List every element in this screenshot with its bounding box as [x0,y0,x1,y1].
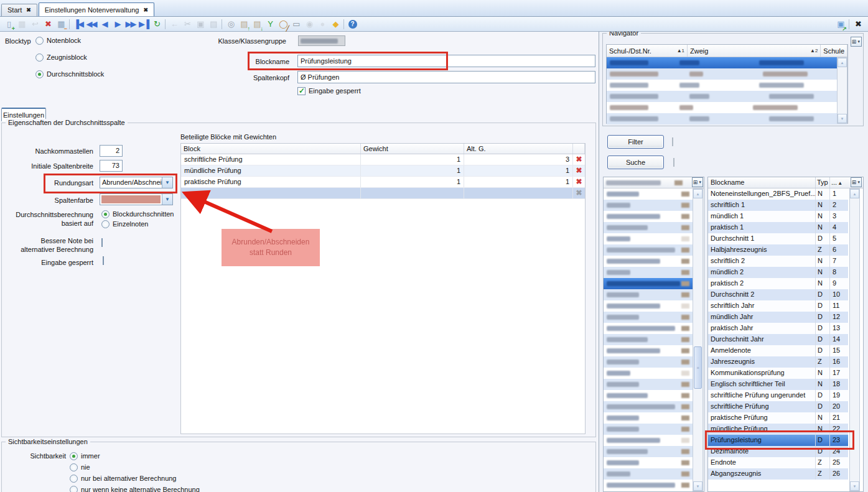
help-icon[interactable]: ? [346,18,359,30]
chevron-down-icon[interactable]: ▼ [162,177,172,188]
list-item-redacted[interactable] [604,435,693,446]
delete-row-icon[interactable]: ✖ [573,154,585,165]
toolbar-icon[interactable] [163,18,167,30]
blocktyp-radio-option[interactable]: Zeugnisblock [35,53,104,62]
blocktyp-radio-option[interactable]: Notenblock [35,36,104,45]
sichtbarkeit-radio-option[interactable]: nie [70,463,200,471]
list-item-redacted[interactable] [604,356,693,368]
search-icon[interactable]: ◯ ╱ [276,18,289,30]
filter-button[interactable]: Filter [607,135,664,149]
toolbar-icon[interactable] [847,18,851,30]
table-row-redacted[interactable] [607,113,847,124]
table-row-redacted[interactable] [607,57,847,68]
suche-checkbox[interactable] [673,158,674,167]
dock-pin-icon[interactable]: ⊞▼ [851,177,862,187]
schriftliche Prüfung[interactable]: schriftliche Prüfung D 20 [708,401,848,412]
list-item-redacted[interactable] [604,446,693,457]
bessere-note-checkbox[interactable] [101,238,103,247]
tab-close-icon[interactable]: ✖ [26,7,31,13]
import-basket-icon[interactable]: ▤ ↑ [237,18,250,30]
nav-last-icon[interactable]: ▶▐ [137,18,150,30]
Prüfungsleistung[interactable]: Prüfungsleistung D 23 [708,435,848,446]
Durchschnitt 1[interactable]: Durchschnitt 1 D 5 [708,233,848,244]
list-item-redacted[interactable] [604,188,693,200]
list-item-redacted[interactable] [604,300,693,312]
schriftlich 2[interactable]: schriftlich 2 N 7 [708,256,848,267]
navigator-column-header[interactable]: Schul-/Dst.Nr. ▲1 [607,45,688,57]
delete-row-icon[interactable]: ✖ [573,188,585,198]
list-item-redacted[interactable] [604,233,693,244]
berechnung-radio-option[interactable]: Einzelnoten [101,220,174,228]
Durchschnitt Jahr[interactable]: Durchschnitt Jahr D 14 [708,334,848,345]
list-item-redacted[interactable] [604,390,693,401]
scroll-up-icon[interactable]: ▲ [693,189,702,198]
toolbar-icon[interactable] [342,18,346,30]
delete-icon[interactable]: ✖ [41,18,54,30]
sichtbarkeit-radio-option[interactable]: nur wenn keine alternative Berechnung [70,485,200,492]
list-item-redacted[interactable] [604,222,693,233]
table-row[interactable]: mündliche Prüfung 1 1 ✖ [181,165,585,177]
table-row-redacted[interactable] [607,91,847,102]
schriftlich 1[interactable]: schriftlich 1 N 2 [708,200,848,211]
sichtbarkeit-radio-option[interactable]: nur bei alternativer Berechnung [70,474,200,483]
mündlich 1[interactable]: mündlich 1 N 3 [708,211,848,222]
scroll-up-icon[interactable]: ▲ [850,189,859,198]
list-item-redacted[interactable] [604,457,693,468]
table-row-redacted[interactable] [607,80,847,91]
undo-icon[interactable]: ↩ [28,18,41,30]
scrollbar-thumb[interactable]: ≡ [694,346,702,389]
spaltenfarbe-dropdown[interactable]: ▼ [100,193,173,205]
Abgangszeugnis[interactable]: Abgangszeugnis Z 26 [708,468,848,480]
new-record-icon[interactable]: ▯ + [2,18,15,30]
list-item-redacted[interactable] [604,211,693,222]
copy-icon[interactable]: ▣ [194,18,207,30]
toolbar-icon[interactable] [220,18,224,30]
dock-pin-icon[interactable]: ⊞▼ [692,177,703,187]
praktisch 1[interactable]: praktisch 1 N 4 [708,222,848,233]
filter-checkbox[interactable] [672,137,673,146]
Noteneinstellungen_2BFS_Pruef...[interactable]: Noteneinstellungen_2BFS_Pruef... N 1 [708,188,848,200]
column-header-alt-g[interactable]: Alt. G. [464,144,573,154]
refresh-icon[interactable]: ↻ [150,18,163,30]
Jahreszeugnis[interactable]: Jahreszeugnis Z 16 [708,356,848,368]
column-header-blockname[interactable]: Blockname [708,177,816,188]
list-item-redacted[interactable] [604,323,693,334]
table-row[interactable]: praktische Prüfung 1 1 ✖ [181,177,585,188]
statistics-icon[interactable]: ◎ [224,18,237,30]
praktisch 2[interactable]: praktisch 2 N 9 [708,278,848,289]
list-item-redacted[interactable] [604,289,693,300]
Dezimalnote[interactable]: Dezimalnote D 24 [708,446,848,457]
list-item-redacted[interactable] [604,480,693,491]
spaltenkopf-input[interactable]: Ø Prüfungen [297,71,595,83]
Endnote[interactable]: Endnote Z 25 [708,457,848,468]
navigator-column-header[interactable]: Schule [821,45,847,57]
radio-icon[interactable] [70,452,78,460]
blockname-input[interactable]: Prüfungsleistung [297,55,595,67]
column-header-nr[interactable]: ...▲ [830,177,846,188]
table-row[interactable]: schriftliche Prüfung 1 3 ✖ [181,154,585,165]
radio-icon[interactable] [35,37,44,45]
nachkommastellen-input[interactable]: 2 [100,145,123,157]
bulb-icon[interactable]: ● [315,18,329,30]
radio-icon[interactable] [101,210,110,218]
notification-bell-icon[interactable]: ◆ [329,18,342,30]
checkbox-icon[interactable] [297,87,306,95]
toolbar-icon[interactable] [67,18,72,30]
nav-back-icon[interactable]: ◀ [98,18,111,30]
radio-icon[interactable] [70,486,78,492]
group-list-scrollbar[interactable]: ▲ ≡ ▼ [693,188,703,491]
blocktyp-radio-option[interactable]: Durchschnittsblock [35,70,104,78]
Durchschnitt 2[interactable]: Durchschnitt 2 D 10 [708,289,848,300]
praktisch Jahr[interactable]: praktisch Jahr D 13 [708,323,848,334]
list-item-redacted[interactable] [604,468,693,480]
table-row-redacted[interactable] [607,68,847,80]
radio-icon[interactable] [35,70,44,78]
list-item-redacted[interactable] [604,345,693,356]
suche-button[interactable]: Suche [607,155,664,169]
chevron-down-icon[interactable]: ▼ [162,194,172,205]
list-item-redacted[interactable] [604,334,693,345]
klasse-value-redacted[interactable] [298,35,345,46]
mündlich 2[interactable]: mündlich 2 N 8 [708,267,848,278]
delete-row-icon[interactable]: ✖ [573,177,585,187]
mündliche Prüfung[interactable]: mündliche Prüfung N 22 [708,424,848,435]
